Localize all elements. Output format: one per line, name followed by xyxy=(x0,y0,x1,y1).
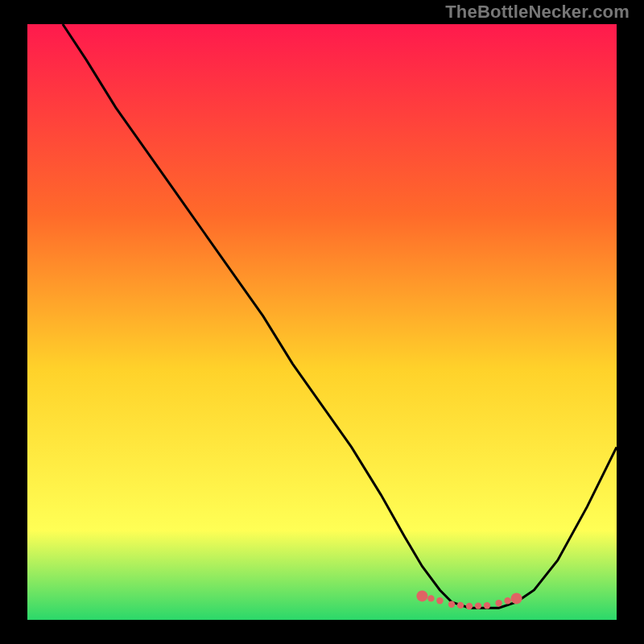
marker-dot xyxy=(484,602,490,609)
bottleneck-chart xyxy=(27,24,617,620)
marker-dot xyxy=(475,602,481,609)
plot-area xyxy=(27,24,617,620)
watermark-text: TheBottleNecker.com xyxy=(445,2,630,23)
marker-dot xyxy=(511,592,522,604)
marker-dot xyxy=(457,602,464,609)
marker-dot xyxy=(436,597,443,604)
chart-container: TheBottleNecker.com xyxy=(0,0,644,644)
marker-dot xyxy=(448,601,455,608)
marker-dot xyxy=(495,600,502,606)
marker-dot xyxy=(466,603,473,609)
marker-dot xyxy=(504,597,510,604)
marker-dot xyxy=(416,590,427,601)
marker-dot xyxy=(427,595,434,601)
gradient-background xyxy=(27,24,617,620)
